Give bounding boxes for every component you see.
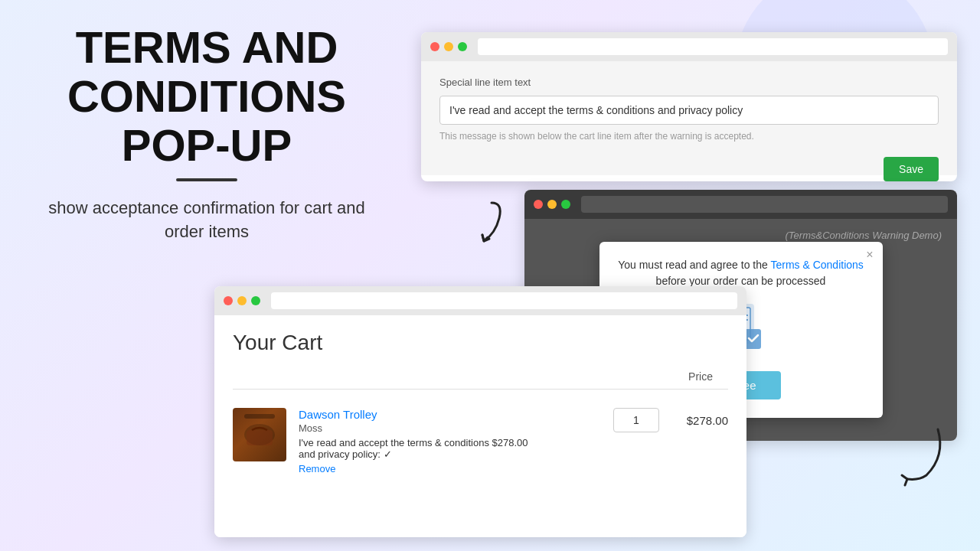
- product-info: Dawson Trolley Moss I've read and accept…: [299, 408, 601, 474]
- popup-address-bar[interactable]: [581, 196, 948, 213]
- cart-item: Dawson Trolley Moss I've read and accept…: [233, 399, 728, 484]
- dot-red-popup[interactable]: [534, 200, 543, 209]
- line-item-suffix: and privacy policy: ✓: [299, 448, 392, 460]
- bottom-arrow-icon: [888, 418, 949, 490]
- bag-strap: [244, 414, 275, 419]
- cart-title: Your Cart: [233, 331, 728, 355]
- quantity-input[interactable]: [613, 408, 659, 432]
- cart-browser-window: Your Cart Price Dawson Trolley Moss: [214, 286, 746, 537]
- popup-browser-bar: [524, 190, 957, 219]
- cart-browser-bar: [214, 286, 746, 315]
- line-item-price: $278.00: [492, 437, 528, 448]
- subtitle: show acceptance confirmation for cart an…: [31, 197, 383, 244]
- cart-header-row: Price: [233, 370, 728, 390]
- dot-green-popup[interactable]: [561, 200, 570, 209]
- modal-message: You must read and agree to the Terms & C…: [618, 257, 864, 289]
- dot-yellow-popup[interactable]: [547, 200, 557, 209]
- remove-link[interactable]: Remove: [299, 463, 601, 474]
- dot-green-cart[interactable]: [251, 296, 260, 305]
- settings-content: Special line item text This message is s…: [421, 61, 957, 175]
- settings-line-item-input[interactable]: [439, 96, 939, 125]
- svg-rect-7: [247, 430, 273, 445]
- title-line1: TERMS AND: [76, 22, 338, 72]
- product-line-item-text: I've read and accept the terms & conditi…: [299, 437, 601, 460]
- dot-green-settings[interactable]: [458, 42, 467, 51]
- curl-arrow-icon: [453, 195, 507, 259]
- product-image: [233, 408, 286, 461]
- terms-conditions-link[interactable]: Terms & Conditions: [770, 259, 863, 271]
- item-price: $278.00: [675, 414, 728, 427]
- demo-label: (Terms&Conditions Warning Demo): [786, 230, 942, 241]
- modal-close-button[interactable]: ×: [866, 248, 873, 262]
- cart-address-bar[interactable]: [271, 292, 737, 309]
- title-underline: [176, 178, 237, 181]
- dot-yellow-cart[interactable]: [237, 296, 247, 305]
- main-title: TERMS AND CONDITIONS POP-UP: [31, 23, 383, 169]
- left-panel: TERMS AND CONDITIONS POP-UP show accepta…: [31, 23, 383, 244]
- product-name: Dawson Trolley: [299, 408, 601, 421]
- bag-image: [233, 408, 286, 461]
- price-col: $278.00: [613, 408, 728, 432]
- dot-red-cart[interactable]: [224, 296, 233, 305]
- modal-text-prefix: You must read and agree to the: [618, 259, 770, 271]
- settings-section-label: Special line item text: [439, 77, 939, 88]
- cart-content: Your Cart Price Dawson Trolley Moss: [214, 315, 746, 537]
- dot-red-settings[interactable]: [430, 42, 439, 51]
- settings-browser-window: Special line item text This message is s…: [421, 32, 957, 181]
- save-button[interactable]: Save: [884, 157, 939, 181]
- price-column-header: Price: [688, 370, 713, 383]
- title-line2: CONDITIONS: [67, 71, 346, 121]
- title-line3: POP-UP: [122, 120, 292, 170]
- product-variant: Moss: [299, 422, 601, 434]
- settings-address-bar[interactable]: [478, 38, 948, 55]
- line-item-text: I've read and accept the terms & conditi…: [299, 437, 489, 448]
- modal-text-suffix: before your order can be processed: [656, 275, 826, 287]
- settings-browser-bar: [421, 32, 957, 61]
- settings-hint-text: This message is shown below the cart lin…: [439, 131, 939, 142]
- dot-yellow-settings[interactable]: [444, 42, 453, 51]
